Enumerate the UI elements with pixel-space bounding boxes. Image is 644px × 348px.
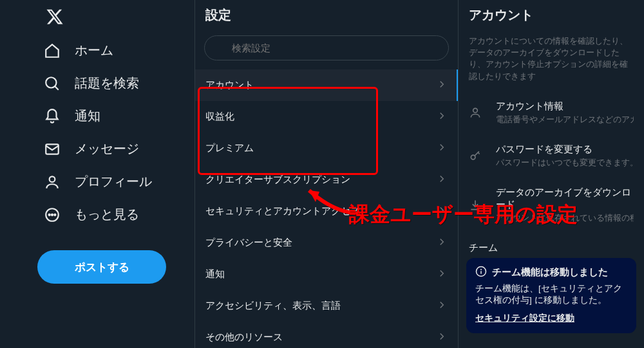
settings-column: 設定 アカウント 収益化 プレミアム クリエイターサブスクリプション セキュ	[194, 0, 459, 348]
svg-line-1	[55, 86, 58, 89]
settings-item-label: アカウント	[205, 79, 254, 91]
svg-point-5	[49, 214, 50, 215]
chevron-right-icon	[436, 331, 448, 344]
home-icon	[44, 42, 61, 59]
chevron-right-icon	[436, 110, 448, 124]
svg-point-10	[473, 109, 478, 113]
chevron-right-icon	[436, 142, 448, 155]
settings-item-monetization[interactable]: 収益化	[195, 101, 458, 133]
svg-point-6	[52, 214, 53, 215]
post-button[interactable]: ポストする	[37, 250, 166, 284]
settings-item-account[interactable]: アカウント	[195, 69, 458, 101]
person-icon	[469, 106, 482, 119]
settings-title: 設定	[195, 0, 458, 32]
settings-search-input[interactable]	[204, 35, 449, 60]
settings-item-accessibility-display-language[interactable]: アクセシビリティ、表示、言語	[195, 290, 458, 322]
account-detail-column: アカウント アカウントについての情報を確認したり、データのアーカイブをダウンロー…	[459, 0, 644, 348]
deactivate-account-item[interactable]: アカウント削除 アカウントを削除する方法について説明します。	[459, 340, 644, 348]
settings-item-label: アクセシビリティ、表示、言語	[205, 300, 341, 312]
detail-sub: パスワードはいつでも変更できます。	[496, 157, 634, 169]
nav-label: プロフィール	[75, 173, 152, 190]
detail-sub: アカウントに保存されている情報の種類を確認できます。	[496, 212, 634, 224]
team-moved-banner: チーム機能は移動しました チーム機能は、[セキュリティとアクセス権の付与] に移…	[466, 258, 636, 333]
svg-point-7	[54, 214, 55, 215]
search-wrap	[195, 32, 458, 69]
settings-item-label: 通知	[205, 268, 225, 280]
settings-item-other-resources[interactable]: その他のリソース	[195, 322, 458, 348]
bell-icon	[44, 108, 61, 125]
chevron-right-icon	[436, 173, 448, 187]
nav-label: 話題を検索	[75, 75, 139, 92]
svg-point-11	[471, 155, 475, 160]
settings-item-label: プレミアム	[205, 142, 254, 154]
nav-profile[interactable]: プロフィール	[37, 165, 194, 198]
detail-sub: 電話番号やメールアドレスなどのアカウント情報を確認できます。	[496, 114, 634, 125]
nav-label: 通知	[75, 107, 100, 125]
nav-notifications[interactable]: 通知	[37, 100, 194, 133]
settings-item-creator-subscriptions[interactable]: クリエイターサブスクリプション	[195, 164, 458, 196]
detail-title: アカウント情報	[496, 100, 634, 113]
svg-rect-14	[480, 271, 482, 274]
banner-body: チーム機能は、[セキュリティとアクセス権の付与] に移動しました。	[475, 283, 627, 306]
settings-item-security-access[interactable]: セキュリティとアカウントアクセス	[195, 196, 458, 227]
account-description: アカウントについての情報を確認したり、データのアーカイブをダウンロードしたり、ア…	[459, 32, 644, 91]
chevron-right-icon	[436, 78, 448, 92]
x-logo[interactable]	[41, 3, 68, 30]
download-archive-item[interactable]: データのアーカイブをダウンロード アカウントに保存されている情報の種類を確認でき…	[459, 178, 644, 233]
nav-messages[interactable]: メッセージ	[37, 133, 194, 165]
nav-explore[interactable]: 話題を検索	[37, 67, 194, 100]
chevron-right-icon	[436, 205, 448, 218]
nav-label: もっと見る	[75, 206, 139, 223]
more-icon	[44, 206, 61, 223]
banner-title: チーム機能は移動しました	[492, 266, 608, 279]
change-password-item[interactable]: パスワードを変更する パスワードはいつでも変更できます。	[459, 134, 644, 178]
chevron-right-icon	[436, 299, 448, 313]
chevron-right-icon	[436, 268, 448, 281]
nav-label: ホーム	[75, 42, 113, 59]
svg-point-0	[46, 77, 56, 87]
settings-item-notifications[interactable]: 通知	[195, 259, 458, 290]
key-icon	[469, 149, 482, 162]
envelope-icon	[44, 141, 61, 158]
settings-item-premium[interactable]: プレミアム	[195, 133, 458, 164]
chevron-right-icon	[436, 236, 448, 250]
settings-item-label: その他のリソース	[205, 331, 283, 343]
settings-item-privacy-safety[interactable]: プライバシーと安全	[195, 227, 458, 259]
left-nav: ホーム 話題を検索 通知 メッセージ プロフィール もっと見る ポストする	[0, 0, 194, 348]
person-icon	[44, 174, 61, 190]
detail-title: データのアーカイブをダウンロード	[496, 187, 634, 211]
settings-item-label: 収益化	[205, 111, 234, 123]
settings-item-label: プライバシーと安全	[205, 237, 292, 249]
security-settings-link[interactable]: セキュリティ設定に移動	[475, 313, 574, 324]
settings-item-label: クリエイターサブスクリプション	[205, 174, 350, 186]
settings-item-label: セキュリティとアカウントアクセス	[205, 205, 360, 217]
team-heading: チーム	[459, 233, 644, 254]
download-icon	[469, 199, 482, 212]
account-title: アカウント	[459, 0, 644, 32]
info-icon	[475, 266, 487, 279]
account-info-item[interactable]: アカウント情報 電話番号やメールアドレスなどのアカウント情報を確認できます。	[459, 91, 644, 134]
svg-point-13	[480, 269, 482, 270]
svg-point-3	[50, 176, 55, 182]
detail-title: パスワードを変更する	[496, 143, 634, 156]
search-icon	[44, 75, 61, 92]
nav-home[interactable]: ホーム	[37, 34, 194, 67]
nav-label: メッセージ	[75, 140, 139, 158]
nav-more[interactable]: もっと見る	[37, 198, 194, 231]
